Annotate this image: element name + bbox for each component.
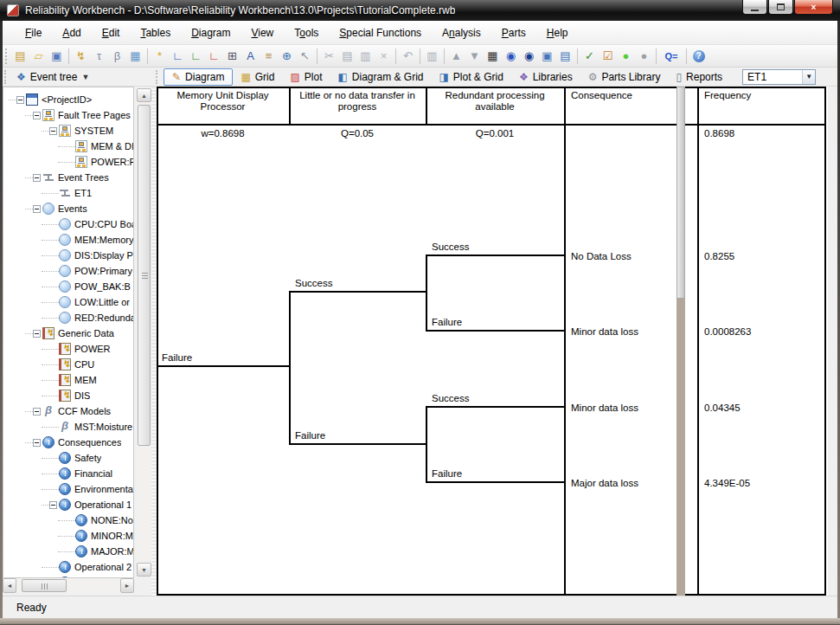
module-selector[interactable]: ❖ Event tree ▼ [12,71,156,83]
tab-reports[interactable]: ▯Reports [668,68,730,86]
tree-item-cpu[interactable]: CPU [3,357,133,372]
tree-expander-icon[interactable] [33,439,41,447]
page-selector-combo[interactable]: ET1 ▼ [742,69,816,85]
tree-item-dis[interactable]: DIS [3,388,133,403]
add-image-button[interactable]: ▦ [126,47,144,65]
tree-expander-icon[interactable] [33,205,41,213]
grid-view-button[interactable]: ▦ [484,47,502,65]
tab-parts-library[interactable]: ⚙Parts Library [580,68,669,86]
menu-file[interactable]: File [15,23,52,42]
tree-item-dis-display-p[interactable]: DIS:Display P [3,248,133,263]
menu-analysis[interactable]: Analysis [432,23,491,42]
column-header-2[interactable]: Little or no data transfer in progress [292,90,422,113]
beta-ccf-button[interactable]: β [108,47,126,65]
tree-item-pow-primary[interactable]: POW:Primary [3,263,133,279]
report-note-button[interactable]: ≡ [260,47,278,65]
select-pointer-button[interactable]: ↖ [296,47,314,65]
copy-pages-button[interactable]: ▥ [423,47,441,65]
toolbar-grip[interactable] [4,70,9,84]
move-down-button[interactable]: ▼ [465,47,484,65]
properties-button[interactable]: ▤ [556,47,574,65]
hyperlink-button[interactable]: ⊕ [278,47,296,65]
delete-button[interactable]: × [375,47,393,65]
tree-expander-icon[interactable] [33,330,41,338]
tree-item-safety[interactable]: Safety [3,450,133,466]
tree-item-power[interactable]: POWER [3,341,133,357]
tree-item-mem-di[interactable]: MEM & DI [3,139,133,154]
tab-diagram[interactable]: ✎Diagram [164,68,233,86]
menu-special-functions[interactable]: Special Functions [329,23,432,42]
maximize-button[interactable] [768,0,793,15]
tree-expander-icon[interactable] [49,127,57,135]
add-branch-table-button[interactable]: ⊞ [223,47,241,65]
scroll-down-button[interactable]: ▼ [137,563,151,577]
event-tree-canvas[interactable]: Memory Unit Display Processorw=0.8698Lit… [157,87,828,596]
tree-item-fault-tree-pages[interactable]: Fault Tree Pages [3,107,133,123]
tabbar-grip[interactable] [156,70,160,84]
menu-help[interactable]: Help [536,23,579,42]
tree-vertical-scrollbar[interactable]: ▲ ▼ [137,88,151,578]
find-frequency-button[interactable]: ◉ [520,47,538,65]
failure-data-button[interactable]: ↯ [72,47,90,65]
tab-libraries[interactable]: ❖Libraries [511,68,580,86]
tree-item-cpu-cpu-boa[interactable]: CPU:CPU Boa [3,216,133,232]
tree-item-minor-m[interactable]: MINOR:M [3,528,133,544]
tree-item-major-m[interactable]: MAJOR:M [3,544,133,559]
q-equals-button[interactable]: Q= [659,47,683,65]
branch-success-button[interactable]: ∟ [187,47,205,65]
help-button[interactable]: ? [689,47,708,65]
column-header-5[interactable]: Frequency [704,90,821,101]
move-up-button[interactable]: ▲ [447,47,465,65]
combo-dropdown-icon[interactable]: ▼ [802,70,815,84]
branch-failure-button[interactable]: ∟ [205,47,223,65]
menu-tools[interactable]: Tools [284,23,329,42]
tree-expander-icon[interactable] [33,174,41,182]
tab-plot[interactable]: ▨Plot [282,68,330,86]
vertical-scroll-thumb[interactable] [138,105,151,446]
verify-button[interactable]: ☑ [599,47,617,65]
tree-item-system[interactable]: SYSTEM [3,123,133,139]
menu-edit[interactable]: Edit [92,23,131,42]
tree-item--projectid-[interactable]: <ProjectID> [3,92,133,107]
tree-item-red-redunda[interactable]: RED:Redunda [3,310,133,325]
tab-diagram-grid[interactable]: ◧Diagram & Grid [330,68,431,86]
tree-item-mem-memory[interactable]: MEM:Memory [3,232,133,248]
tree-expander-icon[interactable] [33,408,41,416]
diagram-scrollbar[interactable] [676,87,685,596]
tree-item-operational-2[interactable]: Operational 2 [3,559,133,575]
tree-item-ccf-models[interactable]: CCF Models [3,403,133,419]
tab-grid[interactable]: ▦Grid [233,68,282,86]
branch-normal-button[interactable]: ∟ [169,47,187,65]
pin-active-button[interactable]: ● [617,47,635,65]
menu-diagram[interactable]: Diagram [181,23,240,42]
cut-button[interactable]: ✂ [320,47,338,65]
tree-item-consequences[interactable]: Consequences [3,435,133,450]
tree-expander-icon[interactable] [33,112,41,119]
tree-item-et1[interactable]: ET1 [3,185,133,201]
paste-button[interactable]: ▥ [356,47,375,65]
tree-item-low-little-or[interactable]: LOW:Little or [3,294,133,310]
menu-parts[interactable]: Parts [491,23,536,42]
tree-item-none-no[interactable]: NONE:No [3,512,133,528]
close-button[interactable]: × [794,0,833,15]
tree-item-events[interactable]: Events [3,201,133,216]
tree-item-generic-data[interactable]: Generic Data [3,325,133,341]
column-header-3[interactable]: Redundant processing available [429,90,561,113]
open-project-button[interactable]: ▱ [29,47,48,65]
tree-expander-icon[interactable] [49,501,57,509]
tree-item-mem[interactable]: MEM [3,372,133,388]
copy-button[interactable]: ▤ [338,47,356,65]
scroll-left-button[interactable]: ◄ [3,578,16,593]
pin-inactive-button[interactable]: ● [635,47,653,65]
spell-check-button[interactable]: ✓ [580,47,599,65]
tree-item-financial[interactable]: Financial [3,466,133,481]
tree-item-operational-1[interactable]: Operational 1 [3,497,133,512]
text-label-button[interactable]: A [241,47,260,65]
new-document-button[interactable]: ▤ [11,47,29,65]
diagram-scroll-thumb[interactable] [676,87,685,299]
tree-item-mst-moisture[interactable]: MST:Moisture [3,419,133,435]
find-unavailability-button[interactable]: ◉ [502,47,520,65]
minimize-button[interactable] [742,0,767,15]
add-branch-button[interactable]: * [151,47,169,65]
scroll-up-button[interactable]: ▲ [137,88,151,102]
